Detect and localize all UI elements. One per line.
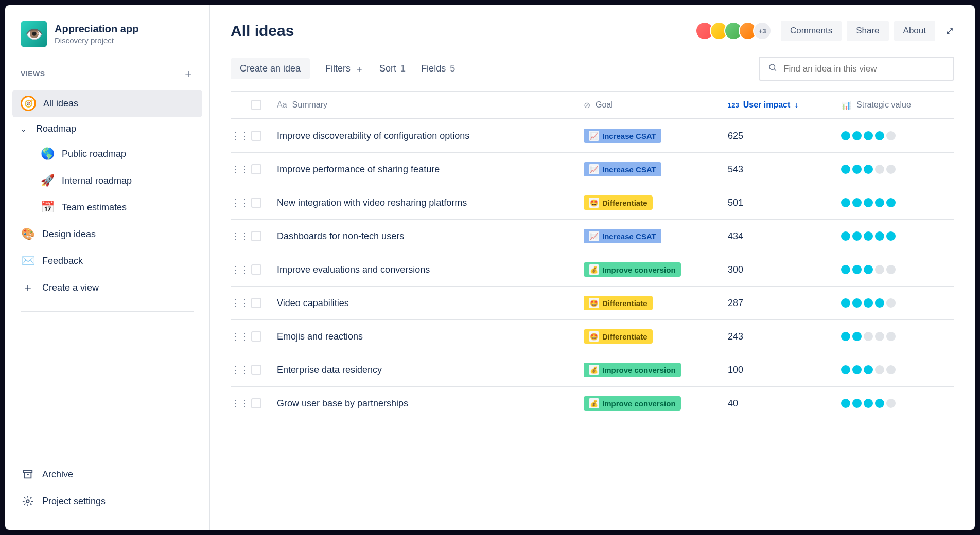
row-summary: Dashboards for non-tech users (277, 231, 584, 242)
strategic-dots (841, 231, 896, 241)
column-strategic[interactable]: 📊 Strategic value (841, 100, 954, 110)
row-summary: Video capabilities (277, 298, 584, 309)
drag-handle-icon[interactable]: ⋮⋮ (231, 231, 249, 241)
sidebar-item-archive[interactable]: Archive (5, 461, 209, 488)
share-button[interactable]: Share (847, 21, 888, 41)
table-row[interactable]: ⋮⋮ Improve discoverability of configurat… (231, 119, 954, 153)
row-checkbox[interactable] (251, 298, 261, 308)
sidebar-item-internal-roadmap[interactable]: 🚀 Internal roadmap (5, 167, 209, 194)
strategic-dot (841, 332, 850, 341)
goal-badge-label: Improve conversion (602, 399, 676, 408)
goal-badge: 💰Improve conversion (584, 262, 681, 277)
drag-handle-icon[interactable]: ⋮⋮ (231, 164, 249, 174)
comments-button[interactable]: Comments (781, 21, 842, 41)
sidebar-item-roadmap[interactable]: ⌄ Roadmap (5, 117, 209, 140)
search-input[interactable] (783, 64, 945, 74)
drag-handle-icon[interactable]: ⋮⋮ (231, 331, 249, 342)
sidebar-item-design-ideas[interactable]: 🎨 Design ideas (5, 221, 209, 247)
table-row[interactable]: ⋮⋮ Enterprise data residency 💰Improve co… (231, 353, 954, 387)
drag-handle-icon[interactable]: ⋮⋮ (231, 398, 249, 408)
svg-point-1 (26, 500, 29, 503)
strategic-dot (841, 131, 850, 140)
drag-handle-icon[interactable]: ⋮⋮ (231, 365, 249, 375)
select-all-checkbox[interactable] (251, 100, 261, 110)
row-checkbox[interactable] (251, 231, 261, 241)
add-view-icon[interactable]: ＋ (183, 66, 194, 81)
goal-badge-icon: 📈 (589, 164, 599, 174)
gear-icon (21, 494, 35, 508)
row-summary: Improve discoverability of configuration… (277, 131, 584, 141)
table-row[interactable]: ⋮⋮ Emojis and reactions 🤩Differentiate 2… (231, 320, 954, 353)
chevron-down-icon: ⌄ (21, 125, 27, 133)
nav-label: Feedback (42, 256, 83, 266)
row-checkbox[interactable] (251, 365, 261, 375)
table-header: Aa Summary ⊘ Goal 123 User impact ↓ 📊 St… (231, 92, 954, 119)
goal-badge: 💰Improve conversion (584, 396, 681, 411)
strategic-dot (886, 131, 896, 140)
envelope-icon: ✉️ (21, 254, 35, 268)
goal-badge: 🤩Differentiate (584, 195, 653, 210)
calendar-icon: 📅 (40, 200, 55, 215)
fields-button[interactable]: Fields 5 (421, 63, 455, 74)
create-idea-button[interactable]: Create an idea (231, 58, 310, 79)
sort-button[interactable]: Sort 1 (379, 63, 406, 74)
strategic-dot (841, 165, 850, 174)
sidebar-item-create-view[interactable]: ＋ Create a view (5, 274, 209, 301)
strategic-dot (875, 231, 884, 241)
strategic-dot (852, 265, 862, 274)
drag-handle-icon[interactable]: ⋮⋮ (231, 198, 249, 208)
table-row[interactable]: ⋮⋮ Grow user base by partnerships 💰Impro… (231, 387, 954, 420)
sidebar: 👁️ Appreciation app Discovery project VI… (5, 5, 210, 530)
column-summary[interactable]: Aa Summary (277, 100, 584, 110)
strategic-dot (852, 165, 862, 174)
row-checkbox[interactable] (251, 331, 261, 342)
search-box[interactable] (759, 57, 954, 81)
drag-handle-icon[interactable]: ⋮⋮ (231, 298, 249, 308)
goal-badge: 🤩Differentiate (584, 329, 653, 344)
bar-chart-icon: 📊 (841, 100, 851, 110)
col-label: Strategic value (856, 100, 911, 110)
row-checkbox[interactable] (251, 398, 261, 408)
strategic-dots (841, 265, 896, 274)
goal-badge: 📈Increase CSAT (584, 162, 661, 176)
table-row[interactable]: ⋮⋮ New integration with video resharing … (231, 186, 954, 220)
app-shell: 👁️ Appreciation app Discovery project VI… (5, 5, 975, 530)
nav-label: All ideas (43, 98, 78, 109)
expand-icon[interactable]: ⤢ (946, 25, 954, 37)
drag-handle-icon[interactable]: ⋮⋮ (231, 131, 249, 141)
strategic-dot (852, 231, 862, 241)
strategic-dot (875, 165, 884, 174)
fields-count: 5 (450, 63, 455, 74)
table-row[interactable]: ⋮⋮ Improve evaluations and conversions 💰… (231, 253, 954, 287)
goal-badge-label: Improve conversion (602, 366, 676, 374)
filters-button[interactable]: Filters ＋ (325, 63, 364, 75)
row-checkbox[interactable] (251, 264, 261, 275)
table-row[interactable]: ⋮⋮ Video capabilities 🤩Differentiate 287 (231, 287, 954, 320)
table-row[interactable]: ⋮⋮ Improve performance of sharing featur… (231, 153, 954, 186)
row-impact: 501 (728, 198, 841, 208)
strategic-dot (886, 165, 896, 174)
sort-count: 1 (400, 63, 406, 74)
strategic-dot (852, 131, 862, 140)
row-checkbox[interactable] (251, 164, 261, 174)
row-summary: Emojis and reactions (277, 331, 584, 342)
sidebar-item-feedback[interactable]: ✉️ Feedback (5, 247, 209, 274)
row-checkbox[interactable] (251, 198, 261, 208)
column-goal[interactable]: ⊘ Goal (584, 100, 728, 110)
avatar-more[interactable]: +3 (753, 22, 772, 40)
sidebar-item-team-estimates[interactable]: 📅 Team estimates (5, 194, 209, 221)
search-icon (768, 63, 777, 75)
sidebar-footer: Archive Project settings (5, 461, 209, 514)
column-impact[interactable]: 123 User impact ↓ (728, 100, 841, 110)
sidebar-item-all-ideas[interactable]: 🧭 All ideas (12, 90, 202, 117)
drag-handle-icon[interactable]: ⋮⋮ (231, 264, 249, 275)
main-content: All ideas +3 Comments Share About ⤢ Crea… (210, 5, 975, 530)
strategic-dot (841, 298, 850, 308)
table-row[interactable]: ⋮⋮ Dashboards for non-tech users 📈Increa… (231, 220, 954, 253)
avatar-stack[interactable]: +3 (699, 22, 772, 40)
row-checkbox[interactable] (251, 131, 261, 141)
sidebar-item-public-roadmap[interactable]: 🌎 Public roadmap (5, 140, 209, 167)
row-impact: 40 (728, 398, 841, 409)
sidebar-item-settings[interactable]: Project settings (5, 488, 209, 514)
about-button[interactable]: About (894, 21, 935, 41)
